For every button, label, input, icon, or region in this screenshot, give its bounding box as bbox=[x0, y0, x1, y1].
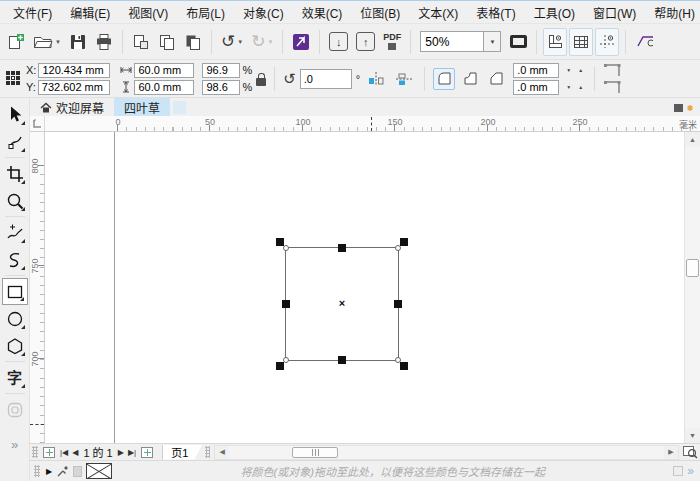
drawing-canvas[interactable]: × bbox=[45, 132, 684, 443]
navigator-button[interactable] bbox=[680, 445, 700, 459]
selection-handle-bottom-middle[interactable] bbox=[338, 356, 346, 364]
menu-item[interactable]: 表格(T) bbox=[467, 1, 524, 24]
menu-item[interactable]: 位图(B) bbox=[351, 1, 409, 24]
pick-tool[interactable] bbox=[2, 101, 28, 128]
open-dropdown-icon[interactable]: ▼ bbox=[55, 39, 61, 45]
selection-handle-middle-right[interactable] bbox=[394, 300, 402, 308]
add-page-after-button[interactable] bbox=[141, 447, 153, 458]
scale-x-input[interactable] bbox=[202, 63, 240, 78]
menu-item[interactable]: 效果(C) bbox=[293, 1, 352, 24]
menu-item[interactable]: 对象(C) bbox=[234, 1, 293, 24]
no-fill-swatch[interactable] bbox=[86, 463, 112, 479]
edit-corners-together-group[interactable] bbox=[603, 63, 625, 95]
full-screen-preview-button[interactable] bbox=[506, 28, 530, 56]
corner-radius-bottom-input[interactable] bbox=[513, 80, 559, 95]
selection-handle-bottom-right[interactable] bbox=[400, 362, 408, 370]
menu-item[interactable]: 布局(L) bbox=[177, 1, 234, 24]
scale-y-input[interactable] bbox=[202, 80, 240, 95]
palette-more-icon[interactable]: » bbox=[687, 464, 694, 478]
tabbar-corner-button[interactable] bbox=[672, 100, 694, 116]
page-tab[interactable]: 页1 bbox=[162, 445, 202, 460]
menu-item[interactable]: 工具(O) bbox=[525, 1, 584, 24]
zoom-level-input[interactable] bbox=[420, 31, 484, 52]
menu-item[interactable]: 视图(V) bbox=[119, 1, 177, 24]
menu-item[interactable]: 文本(X) bbox=[409, 1, 467, 24]
menu-item[interactable]: 帮助(H) bbox=[645, 1, 700, 24]
first-page-button[interactable]: |◀ bbox=[58, 448, 70, 457]
scroll-right-button[interactable]: ▶ bbox=[664, 446, 678, 459]
show-grid-button[interactable] bbox=[569, 28, 593, 56]
paste-button[interactable] bbox=[129, 28, 153, 56]
spin-up-icon[interactable]: ▲ bbox=[575, 82, 586, 92]
selected-rectangle-object[interactable]: × bbox=[285, 247, 399, 361]
export-button[interactable]: ↑ bbox=[353, 28, 378, 56]
last-page-button[interactable]: ▶| bbox=[126, 448, 138, 457]
new-tab-button[interactable] bbox=[173, 101, 186, 114]
scroll-down-button[interactable]: ▼ bbox=[685, 428, 700, 443]
selection-handle-bottom-left[interactable] bbox=[276, 362, 284, 370]
horizontal-scroll-track[interactable] bbox=[229, 446, 664, 459]
vertical-ruler[interactable]: 800 750 700 bbox=[30, 132, 45, 443]
eyedropper-icon[interactable] bbox=[56, 465, 69, 478]
palette-options-button[interactable] bbox=[673, 466, 683, 476]
zoom-dropdown-icon[interactable]: ▼ bbox=[484, 31, 501, 52]
crop-tool[interactable] bbox=[2, 160, 28, 187]
text-tool[interactable]: 字 bbox=[2, 364, 28, 391]
rectangle-tool[interactable] bbox=[2, 278, 28, 305]
horizontal-scrollbar[interactable]: ◀ ▶ bbox=[214, 445, 679, 460]
horizontal-scroll-thumb[interactable] bbox=[292, 447, 338, 458]
print-button[interactable] bbox=[92, 28, 116, 56]
vertical-scroll-thumb[interactable] bbox=[686, 259, 699, 277]
open-button[interactable]: ▼ bbox=[30, 28, 64, 56]
zoom-tool[interactable] bbox=[2, 187, 28, 214]
show-rulers-button[interactable] bbox=[543, 28, 567, 56]
undo-dropdown-icon[interactable]: ▼ bbox=[237, 39, 243, 45]
add-page-before-button[interactable] bbox=[43, 447, 55, 458]
horizontal-ruler[interactable]: 毫米 0 50 100 bbox=[45, 116, 700, 131]
publish-pdf-button[interactable]: PDF bbox=[380, 28, 404, 56]
ellipse-tool[interactable] bbox=[2, 305, 28, 332]
object-height-input[interactable] bbox=[134, 80, 194, 95]
object-center-marker[interactable]: × bbox=[339, 297, 345, 309]
object-x-input[interactable] bbox=[38, 63, 110, 78]
ruler-origin[interactable] bbox=[30, 116, 45, 131]
spin-down-icon[interactable]: ▼ bbox=[563, 65, 574, 75]
vertical-scrollbar[interactable]: ▲ ▼ bbox=[684, 132, 700, 443]
selection-handle-top-right[interactable] bbox=[400, 238, 408, 246]
tab-document[interactable]: 四叶草 bbox=[114, 98, 170, 116]
tab-welcome-screen[interactable]: 欢迎屏幕 bbox=[30, 98, 114, 116]
statusbar-grip[interactable] bbox=[34, 465, 40, 477]
import-button[interactable]: ↓ bbox=[326, 28, 351, 56]
launch-button[interactable] bbox=[289, 28, 313, 56]
pagenav-grip[interactable] bbox=[32, 446, 38, 458]
copy-button[interactable] bbox=[155, 28, 179, 56]
next-page-button[interactable]: ▶ bbox=[116, 448, 126, 457]
menu-item[interactable]: 编辑(E) bbox=[61, 1, 119, 24]
rotation-angle-input[interactable] bbox=[300, 69, 352, 89]
new-document-button[interactable] bbox=[4, 28, 28, 56]
corner-radius-top-input[interactable] bbox=[513, 63, 559, 78]
chamfered-corner-button[interactable] bbox=[485, 68, 507, 90]
spin-up-icon[interactable]: ▲ bbox=[575, 65, 586, 75]
scroll-up-button[interactable]: ▲ bbox=[685, 132, 700, 147]
menu-item[interactable]: 窗口(W) bbox=[584, 1, 645, 24]
scroll-left-button[interactable]: ◀ bbox=[215, 446, 229, 459]
previous-page-button[interactable]: ◀ bbox=[70, 448, 80, 457]
palette-scroll-icon[interactable]: ▶ bbox=[46, 467, 52, 476]
scalloped-corner-button[interactable] bbox=[459, 68, 481, 90]
object-width-input[interactable] bbox=[134, 63, 194, 78]
more-tools-button[interactable]: » bbox=[2, 431, 28, 458]
object-y-input[interactable] bbox=[38, 80, 110, 95]
polygon-tool[interactable] bbox=[2, 332, 28, 359]
freehand-tool[interactable] bbox=[2, 219, 28, 246]
mirror-horizontal-button[interactable] bbox=[364, 67, 388, 91]
mirror-vertical-button[interactable] bbox=[392, 67, 416, 91]
spin-down-icon[interactable]: ▼ bbox=[563, 82, 574, 92]
shape-tool[interactable] bbox=[2, 128, 28, 155]
show-guidelines-button[interactable] bbox=[595, 28, 619, 56]
lock-ratio-icon[interactable] bbox=[256, 78, 266, 86]
save-button[interactable] bbox=[66, 28, 90, 56]
round-corner-button[interactable] bbox=[433, 68, 455, 90]
selection-handle-middle-left[interactable] bbox=[282, 300, 290, 308]
partial-toolbar-button[interactable] bbox=[632, 28, 656, 56]
